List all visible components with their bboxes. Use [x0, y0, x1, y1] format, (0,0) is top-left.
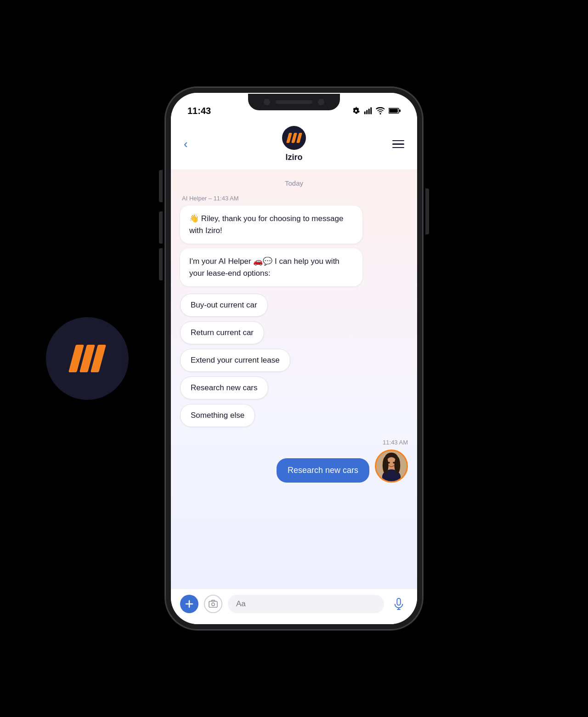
sensor-dot	[318, 99, 324, 105]
camera-dot	[264, 99, 270, 105]
notch	[248, 94, 340, 110]
svg-rect-6	[389, 109, 398, 113]
user-timestamp: 11:43 AM	[383, 439, 408, 446]
svg-rect-3	[370, 108, 372, 114]
svg-rect-5	[399, 109, 401, 112]
photo-icon	[209, 600, 218, 608]
photo-button[interactable]	[204, 595, 222, 613]
wifi-icon	[376, 107, 385, 114]
svg-point-13	[394, 457, 400, 474]
chat-area: Today AI Helper – 11:43 AM 👋 Riley, than…	[171, 170, 417, 589]
option-extend[interactable]: Extend your current lease	[180, 349, 290, 372]
svg-rect-0	[364, 112, 366, 114]
option-return[interactable]: Return current car	[180, 321, 264, 344]
svg-rect-1	[366, 110, 368, 114]
battery-icon	[389, 108, 401, 114]
speaker-grill	[276, 100, 312, 104]
ai-sender-label: AI Helper – 11:43 AM	[180, 195, 408, 202]
ai-bubble-1: 👋 Riley, thank you for choosing to messa…	[180, 205, 362, 244]
status-icons	[352, 107, 401, 115]
text-input[interactable]	[236, 599, 376, 609]
svg-point-15	[393, 462, 395, 464]
svg-rect-16	[209, 601, 217, 607]
mic-button[interactable]	[390, 595, 408, 613]
option-research[interactable]: Research new cars	[180, 376, 268, 399]
back-button[interactable]: ‹	[184, 137, 204, 151]
plus-icon	[185, 599, 194, 609]
menu-line-2	[392, 143, 404, 145]
input-bar	[171, 589, 417, 624]
option-other[interactable]: Something else	[180, 404, 255, 427]
svg-point-17	[212, 603, 215, 606]
ai-message-group: AI Helper – 11:43 AM 👋 Riley, thank you …	[171, 195, 417, 286]
brand-mark	[46, 317, 129, 400]
signal-icon	[364, 107, 372, 115]
option-buyout[interactable]: Buy-out current car	[180, 294, 268, 317]
ai-bubble-2: I'm your AI Helper 🚗💬 I can help you wit…	[180, 248, 362, 286]
menu-line-3	[392, 147, 404, 148]
phone-screen: 11:43	[171, 93, 417, 624]
settings-icon	[352, 107, 360, 115]
options-list: Buy-out current car Return current car E…	[171, 291, 417, 430]
app-name: Iziro	[285, 153, 302, 162]
phone-frame: 11:43	[165, 87, 423, 630]
date-label: Today	[285, 179, 303, 187]
svg-point-14	[388, 462, 390, 464]
header-center: Iziro	[282, 126, 306, 162]
date-divider: Today	[171, 170, 417, 195]
avatar-image	[376, 451, 407, 481]
svg-point-12	[383, 457, 389, 474]
text-input-wrap[interactable]	[228, 595, 384, 613]
user-message-row: Research new cars	[277, 450, 408, 483]
status-time: 11:43	[187, 106, 211, 116]
user-avatar	[375, 450, 408, 483]
add-button[interactable]	[180, 595, 198, 613]
app-logo	[282, 126, 306, 150]
menu-button[interactable]	[384, 140, 404, 148]
ai-bubble-1-text: 👋 Riley, thank you for choosing to messa…	[189, 214, 343, 235]
svg-rect-2	[368, 109, 370, 114]
user-message-area: 11:43 AM Research new cars	[171, 430, 417, 483]
app-header: ‹ Iziro	[171, 120, 417, 170]
mic-icon	[394, 598, 404, 610]
user-bubble: Research new cars	[277, 458, 369, 483]
svg-rect-18	[397, 598, 400, 605]
menu-line-1	[392, 140, 404, 142]
scene: 11:43	[0, 0, 588, 717]
ai-bubble-2-text: I'm your AI Helper 🚗💬 I can help you wit…	[189, 257, 339, 278]
